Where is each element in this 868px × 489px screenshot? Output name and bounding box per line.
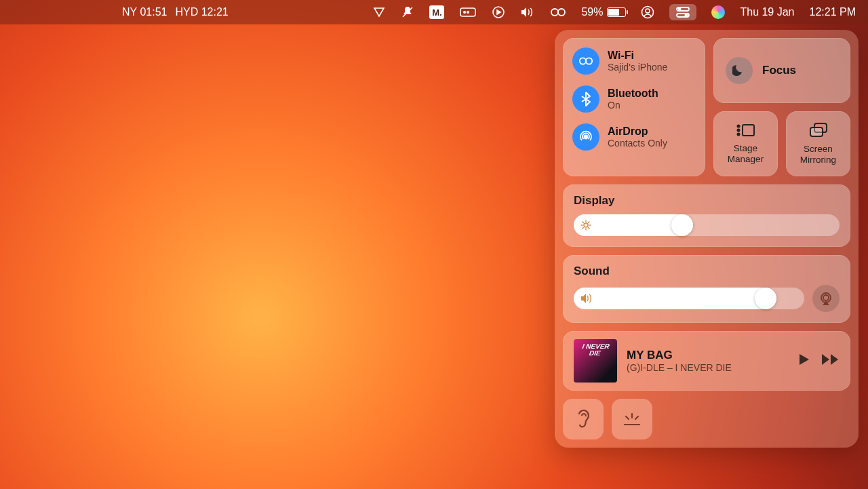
- user-account-icon[interactable]: [641, 5, 654, 19]
- svg-line-29: [583, 228, 584, 229]
- airdrop-toggle[interactable]: AirDrop Contacts Only: [572, 123, 696, 151]
- siri-icon[interactable]: [711, 5, 725, 19]
- bluetooth-subtitle: On: [608, 100, 658, 111]
- svg-point-12: [686, 14, 688, 16]
- svg-point-14: [586, 58, 592, 64]
- stage-manager-tile[interactable]: Stage Manager: [713, 111, 778, 176]
- sound-tile: Sound: [563, 255, 850, 323]
- world-clock-ny[interactable]: NY 01:51: [122, 6, 167, 18]
- svg-line-36: [635, 416, 638, 419]
- menubar: NY 01:51 HYD 12:21 M. 59% Thu 19 Jan 12:…: [0, 0, 868, 24]
- stage-manager-icon: [736, 123, 756, 140]
- menubar-time[interactable]: 12:21 PM: [810, 6, 856, 18]
- keyboard-brightness-icon: [622, 412, 642, 427]
- battery-percent-label: 59%: [581, 6, 603, 18]
- svg-point-6: [558, 9, 565, 16]
- control-center-menubar-icon[interactable]: [669, 4, 696, 20]
- ear-icon: [574, 409, 592, 429]
- focus-tile[interactable]: Focus: [713, 38, 850, 103]
- screen-mirroring-icon: [808, 122, 829, 141]
- menubar-app-box-icon[interactable]: [459, 6, 477, 18]
- svg-point-19: [737, 133, 739, 135]
- moon-icon: [726, 57, 753, 84]
- screen-mirroring-label: Screen Mirroring: [800, 144, 836, 165]
- brightness-icon: [580, 220, 591, 231]
- play-button[interactable]: [796, 352, 811, 370]
- svg-rect-16: [743, 125, 754, 136]
- svg-point-17: [737, 125, 739, 127]
- svg-point-3: [467, 12, 469, 13]
- svg-line-35: [626, 416, 629, 419]
- connectivity-tile: Wi-Fi Sajid's iPhone Bluetooth On AirD: [563, 38, 705, 176]
- svg-point-10: [679, 8, 681, 10]
- svg-point-13: [580, 58, 586, 64]
- bluetooth-title: Bluetooth: [608, 87, 658, 100]
- track-title: MY BAG: [627, 349, 732, 362]
- sound-slider-icon: [580, 293, 593, 304]
- menubar-app-icon-1[interactable]: [372, 6, 386, 18]
- svg-point-15: [585, 136, 588, 139]
- display-tile: Display: [563, 184, 850, 247]
- menubar-app-m-icon[interactable]: M.: [429, 5, 444, 19]
- next-track-button[interactable]: [821, 352, 840, 370]
- battery-status[interactable]: 59%: [581, 6, 626, 18]
- bluetooth-toggle[interactable]: Bluetooth On: [572, 85, 696, 113]
- album-art: I NEVER DIE: [574, 339, 617, 383]
- hotspot-link-icon[interactable]: [550, 7, 566, 17]
- volume-icon[interactable]: [520, 6, 535, 18]
- control-center-panel: Wi-Fi Sajid's iPhone Bluetooth On AirD: [555, 30, 859, 448]
- svg-point-32: [823, 295, 829, 300]
- wifi-toggle[interactable]: Wi-Fi Sajid's iPhone: [572, 47, 696, 75]
- airplay-audio-button[interactable]: [812, 285, 840, 312]
- wifi-title: Wi-Fi: [608, 50, 667, 62]
- svg-line-28: [589, 228, 590, 229]
- wifi-subtitle: Sajid's iPhone: [608, 62, 667, 73]
- notification-off-icon[interactable]: [401, 5, 414, 19]
- screen-mirroring-tile[interactable]: Screen Mirroring: [786, 111, 850, 176]
- play-circle-icon[interactable]: [492, 5, 505, 19]
- stage-manager-label: Stage Manager: [728, 143, 764, 165]
- battery-icon: [607, 7, 626, 17]
- svg-point-2: [464, 12, 465, 13]
- menubar-date[interactable]: Thu 19 Jan: [740, 6, 794, 18]
- track-subtitle: (G)I-DLE – I NEVER DIE: [627, 362, 732, 373]
- focus-title: Focus: [762, 64, 796, 77]
- now-playing-tile[interactable]: I NEVER DIE MY BAG (G)I-DLE – I NEVER DI…: [563, 331, 850, 391]
- svg-point-5: [551, 9, 558, 16]
- display-heading: Display: [574, 194, 840, 208]
- svg-line-27: [583, 222, 584, 223]
- volume-slider[interactable]: [574, 288, 804, 309]
- airdrop-icon: [572, 123, 599, 151]
- svg-point-22: [584, 223, 588, 227]
- accessibility-hearing-tile[interactable]: [563, 399, 604, 439]
- brightness-slider[interactable]: [574, 214, 840, 236]
- airdrop-subtitle: Contacts Only: [608, 138, 667, 149]
- keyboard-brightness-tile[interactable]: [612, 399, 652, 439]
- world-clock-hyd[interactable]: HYD 12:21: [175, 6, 228, 18]
- bluetooth-icon: [572, 85, 599, 113]
- svg-rect-21: [810, 128, 823, 136]
- svg-point-8: [646, 9, 650, 13]
- svg-line-30: [589, 222, 590, 223]
- airdrop-title: AirDrop: [608, 125, 667, 138]
- svg-point-18: [737, 129, 739, 131]
- sound-heading: Sound: [574, 265, 840, 278]
- wifi-icon: [572, 47, 599, 75]
